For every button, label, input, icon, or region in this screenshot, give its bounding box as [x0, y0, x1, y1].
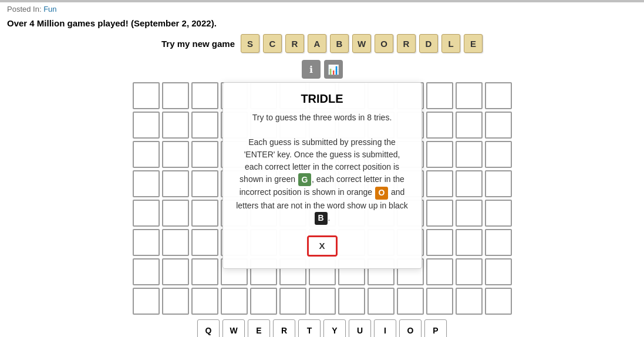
keyboard: Q W E R T Y U I O P: [0, 319, 644, 337]
modal-title: TRIDLE: [235, 92, 410, 106]
modal-text-1: Try to guess the three words in 8 tries.: [252, 113, 392, 122]
key-I[interactable]: I: [374, 319, 396, 337]
cell-2-3: [191, 112, 218, 139]
cell-5-12: [456, 200, 483, 227]
orange-badge: O: [375, 187, 388, 200]
fun-link[interactable]: Fun: [43, 5, 56, 14]
cell-3-2: [162, 141, 189, 168]
cell-2-11: [426, 112, 453, 139]
cell-4-13: [485, 170, 512, 197]
key-P[interactable]: P: [424, 319, 447, 337]
cell-1-1: [133, 82, 160, 109]
cell-2-2: [162, 112, 189, 139]
cell-8-10: [397, 288, 424, 315]
cell-7-2: [162, 258, 189, 285]
cell-8-9: [367, 288, 395, 315]
cell-3-12: [456, 141, 483, 168]
cell-6-11: [426, 229, 453, 256]
cell-4-12: [456, 170, 483, 197]
tile-A: A: [308, 34, 326, 53]
cell-1-12: [456, 82, 483, 109]
key-Q[interactable]: Q: [197, 319, 220, 337]
cell-8-13: [485, 288, 512, 315]
key-Y[interactable]: Y: [323, 319, 346, 337]
key-O[interactable]: O: [399, 319, 422, 337]
tile-E: E: [464, 34, 483, 53]
cell-6-3: [191, 229, 218, 256]
tile-R2: R: [397, 34, 416, 53]
cell-4-11: [426, 170, 453, 197]
tile-B: B: [330, 34, 349, 53]
cell-5-13: [485, 200, 512, 227]
cell-8-11: [426, 288, 453, 315]
cell-8-7: [309, 288, 336, 315]
modal-body: Try to guess the three words in 8 tries.…: [235, 112, 410, 225]
cell-8-5: [250, 288, 277, 315]
grid-container: TRIDLE Try to guess the three words in 8…: [0, 82, 644, 315]
cell-8-2: [162, 288, 189, 315]
cell-8-12: [456, 288, 483, 315]
cell-3-11: [426, 141, 453, 168]
cell-8-8: [338, 288, 365, 315]
cell-4-1: [133, 170, 160, 197]
cell-5-1: [133, 200, 160, 227]
keyboard-row-1: Q W E R T Y U I O P: [197, 319, 447, 337]
key-W[interactable]: W: [222, 319, 245, 337]
cell-7-3: [191, 258, 218, 285]
key-E[interactable]: E: [248, 319, 270, 337]
icons-row: ℹ 📊: [0, 60, 644, 79]
black-badge: B: [315, 212, 328, 225]
cell-8-1: [133, 288, 160, 315]
cell-2-1: [133, 112, 160, 139]
key-U[interactable]: U: [349, 319, 371, 337]
green-badge: G: [298, 173, 311, 186]
key-R[interactable]: R: [273, 319, 295, 337]
modal-text-end: .: [328, 213, 331, 223]
tagline: Over 4 Million games played! (September …: [0, 16, 644, 34]
cell-1-3: [191, 82, 218, 109]
cell-4-3: [191, 170, 218, 197]
cell-6-12: [456, 229, 483, 256]
cell-8-6: [279, 288, 306, 315]
cell-3-3: [191, 141, 218, 168]
tile-D: D: [419, 34, 438, 53]
cell-1-13: [485, 82, 512, 109]
grid-row-8: [133, 288, 512, 315]
cell-5-3: [191, 200, 218, 227]
tile-L: L: [441, 34, 460, 53]
cell-1-2: [162, 82, 189, 109]
cell-1-11: [426, 82, 453, 109]
cell-2-13: [485, 112, 512, 139]
cell-4-2: [162, 170, 189, 197]
cell-6-13: [485, 229, 512, 256]
tile-W: W: [352, 34, 371, 53]
cell-7-12: [456, 258, 483, 285]
cell-5-2: [162, 200, 189, 227]
cell-7-13: [485, 258, 512, 285]
cell-7-11: [426, 258, 453, 285]
posted-in-label: Posted In: Fun: [0, 2, 644, 16]
close-modal-button[interactable]: X: [307, 235, 338, 257]
scrabwordle-row: Try my new game S C R A B W O R D L E: [0, 34, 644, 53]
tile-R: R: [285, 34, 304, 53]
cell-2-12: [456, 112, 483, 139]
info-icon-button[interactable]: ℹ: [302, 60, 321, 79]
cell-6-2: [162, 229, 189, 256]
cell-6-1: [133, 229, 160, 256]
tile-O: O: [375, 34, 393, 53]
help-modal: TRIDLE Try to guess the three words in 8…: [222, 82, 422, 269]
cell-5-11: [426, 200, 453, 227]
close-button-wrap: X: [235, 235, 410, 257]
scrabwordle-prefix: Try my new game: [161, 39, 235, 49]
cell-3-1: [133, 141, 160, 168]
cell-8-4: [221, 288, 248, 315]
tile-S: S: [241, 34, 259, 53]
tile-C: C: [263, 34, 282, 53]
key-T[interactable]: T: [298, 319, 321, 337]
cell-3-13: [485, 141, 512, 168]
cell-8-3: [191, 288, 218, 315]
cell-7-1: [133, 258, 160, 285]
chart-icon-button[interactable]: 📊: [324, 60, 343, 79]
